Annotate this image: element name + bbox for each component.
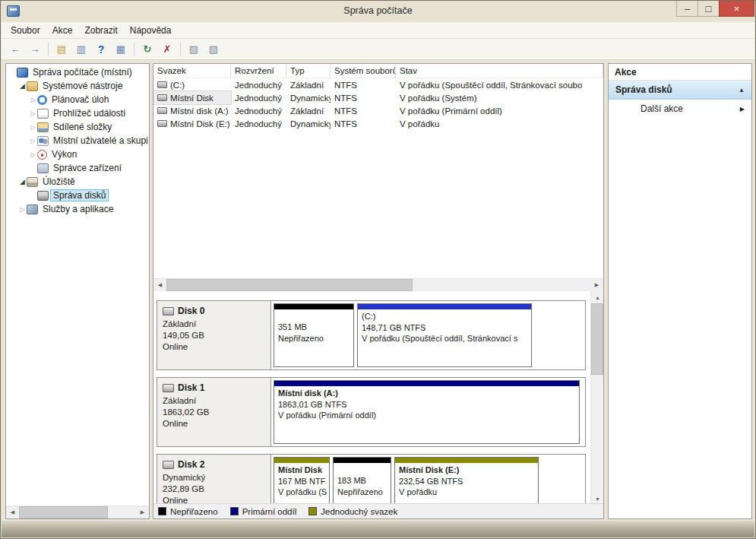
forward-icon[interactable]: → <box>26 41 44 58</box>
tree-item-local-users[interactable]: ▷ Místní uživatelé a skupi <box>6 134 149 147</box>
disk-icon <box>163 307 174 315</box>
volume-row[interactable]: Místní disk (A:) Jednoduchý Základní NTF… <box>153 104 603 117</box>
scrollbar-thumb[interactable] <box>591 303 603 375</box>
back-icon[interactable]: ← <box>6 41 24 58</box>
legend-color-swatch <box>158 507 166 515</box>
task-scheduler-icon <box>37 95 47 105</box>
disk-management-icon <box>37 191 49 201</box>
tree-item-storage[interactable]: ◢ Úložiště <box>6 175 149 189</box>
computer-management-icon <box>17 68 28 78</box>
tree-item-task-scheduler[interactable]: ▷ Plánovač úloh <box>6 93 149 106</box>
column-header-stav[interactable]: Stav <box>396 64 603 78</box>
tree-item-event-viewer[interactable]: ▷ Prohlížeč událostí <box>6 106 149 120</box>
tree-item-services-applications[interactable]: ▷ Služby a aplikace <box>6 202 149 216</box>
collapse-arrow-icon[interactable]: ◢ <box>18 178 27 185</box>
tree-item-shared-folders[interactable]: ▷ Sdílené složky <box>6 120 149 134</box>
menu-akce[interactable]: Akce <box>46 24 79 37</box>
expand-arrow-icon[interactable]: ▷ <box>29 110 37 117</box>
partition-color-strip <box>274 381 579 386</box>
scroll-left-icon[interactable]: ◀ <box>6 506 19 518</box>
expand-arrow-icon[interactable]: ▷ <box>29 124 37 131</box>
disk-type: Základní <box>163 319 265 330</box>
services-applications-icon <box>27 205 38 214</box>
scrollbar-thumb[interactable] <box>166 279 413 291</box>
help-icon[interactable]: ? <box>92 41 110 58</box>
partition-unallocated[interactable]: 351 MB Nepřiřazeno <box>274 303 354 367</box>
expand-arrow-icon[interactable]: ▷ <box>29 151 37 158</box>
delete-volume-icon[interactable]: ✗ <box>158 41 176 58</box>
volume-row[interactable]: Místní Disk Jednoduchý Dynamický NTFS V … <box>153 91 603 104</box>
scroll-up-icon[interactable]: ▲ <box>591 291 603 303</box>
disk-row-0: Disk 0 Základní 149,05 GB Online 351 MB … <box>157 300 586 370</box>
legend-bar: Nepřiřazeno Primární oddíl Jednoduchý sv… <box>153 503 603 518</box>
legend-item: Primární oddíl <box>230 507 297 516</box>
menu-soubor[interactable]: Soubor <box>5 24 46 37</box>
legend-color-swatch <box>308 507 317 515</box>
disk-type: Dynamický <box>163 472 265 484</box>
disk-2-info[interactable]: Disk 2 Dynamický 232,89 GB Online <box>157 455 271 505</box>
volume-row[interactable]: (C:) Jednoduchý Základní NTFS V pořádku … <box>153 78 603 91</box>
expand-arrow-icon[interactable]: ▷ <box>29 97 37 103</box>
column-header-typ[interactable]: Typ <box>286 64 331 78</box>
actions-panel: Akce Správa disků ▲ Další akce ▶ <box>608 63 752 519</box>
column-header-svazek[interactable]: Svazek <box>153 64 231 78</box>
toolbar-separator <box>48 43 49 56</box>
scroll-right-icon[interactable]: ▶ <box>590 279 603 291</box>
tree-item-computer-management[interactable]: Správa počítače (místní) <box>6 65 149 79</box>
actions-header: Akce <box>609 64 751 81</box>
expand-arrow-icon[interactable]: ▷ <box>29 138 37 144</box>
window-bottom-frame <box>2 521 754 537</box>
tree-item-system-tools[interactable]: ◢ Systémové nástroje <box>6 79 149 93</box>
event-viewer-icon <box>37 109 49 119</box>
scroll-left-icon[interactable]: ◀ <box>153 279 166 291</box>
export-list-icon[interactable]: ▧ <box>204 41 223 58</box>
disk-0-info[interactable]: Disk 0 Základní 149,05 GB Online <box>157 301 271 369</box>
more-actions-arrow-icon[interactable]: ▶ <box>740 106 745 113</box>
partition-a[interactable]: Místní disk (A:) 1863,01 GB NTFS V pořád… <box>274 380 580 444</box>
partition-color-strip <box>358 304 531 309</box>
tree-horizontal-scrollbar[interactable]: ◀ ▶ <box>6 506 149 518</box>
volume-icon <box>157 107 167 114</box>
tree-item-performance[interactable]: ▷ Výkon <box>6 147 149 161</box>
collapse-arrow-icon[interactable]: ◢ <box>18 82 27 90</box>
expand-arrow-icon[interactable]: ▷ <box>18 206 27 213</box>
partition-unallocated[interactable]: 183 MB Nepřiřazeno <box>333 457 391 505</box>
console-tree: Správa počítače (místní) ◢ Systémové nás… <box>6 65 149 506</box>
computer-management-window: Správa počítače – □ × Soubor Akce Zobraz… <box>0 0 756 539</box>
show-action-pane-icon[interactable]: ▥ <box>72 41 90 58</box>
scroll-right-icon[interactable]: ▶ <box>136 506 149 518</box>
show-console-tree-icon[interactable]: ▤ <box>52 41 71 58</box>
minimize-button[interactable]: – <box>676 1 698 17</box>
attributes-icon[interactable]: ▨ <box>185 41 203 58</box>
properties-icon[interactable]: ▦ <box>112 41 130 58</box>
local-users-groups-icon <box>37 136 49 146</box>
column-header-system-souboru[interactable]: Systém souborů <box>331 64 396 78</box>
menu-napoveda[interactable]: Nápověda <box>124 24 178 37</box>
toolbar-separator <box>180 43 181 56</box>
partition-color-strip <box>274 304 353 309</box>
disk-1-info[interactable]: Disk 1 Základní 1863,02 GB Online <box>157 378 271 446</box>
graphical-view: Disk 0 Základní 149,05 GB Online 351 MB … <box>153 291 603 505</box>
tree-item-disk-management[interactable]: Správa disků <box>6 189 149 202</box>
more-actions[interactable]: Další akce ▶ <box>609 100 751 118</box>
volume-row[interactable]: Místní Disk (E:) Jednoduchý Dynamický NT… <box>153 117 603 130</box>
maximize-button[interactable]: □ <box>697 1 720 17</box>
volume-list-header: Svazek Rozvržení Typ Systém souborů Stav <box>153 64 603 78</box>
column-header-rozvrzeni[interactable]: Rozvržení <box>231 64 286 78</box>
disk-row-2: Disk 2 Dynamický 232,89 GB Online Místní… <box>157 454 586 505</box>
legend-color-swatch <box>230 507 239 515</box>
graphical-view-vertical-scrollbar[interactable]: ▲ ▼ <box>590 291 603 505</box>
close-button[interactable]: × <box>719 1 754 17</box>
refresh-icon[interactable]: ↻ <box>138 41 157 58</box>
partition-mistni-disk[interactable]: Místní Disk 167 MB NTF V pořádku (S <box>274 457 330 505</box>
menu-zobrazit[interactable]: Zobrazit <box>78 24 123 37</box>
toolbar-separator <box>134 43 134 56</box>
collapse-chevron-icon[interactable]: ▲ <box>739 87 745 94</box>
scrollbar-thumb[interactable] <box>19 506 108 518</box>
tree-item-device-manager[interactable]: Správce zařízení <box>6 161 149 175</box>
partition-e[interactable]: Místní Disk (E:) 232,54 GB NTFS V pořádk… <box>394 457 539 505</box>
partition-c[interactable]: (C:) 148,71 GB NTFS V pořádku (Spouštěcí… <box>357 303 532 367</box>
disk-size: 149,05 GB <box>163 330 265 341</box>
actions-group-disk-management[interactable]: Správa disků ▲ <box>609 81 751 100</box>
volume-list-horizontal-scrollbar[interactable]: ◀ ▶ <box>153 278 603 291</box>
